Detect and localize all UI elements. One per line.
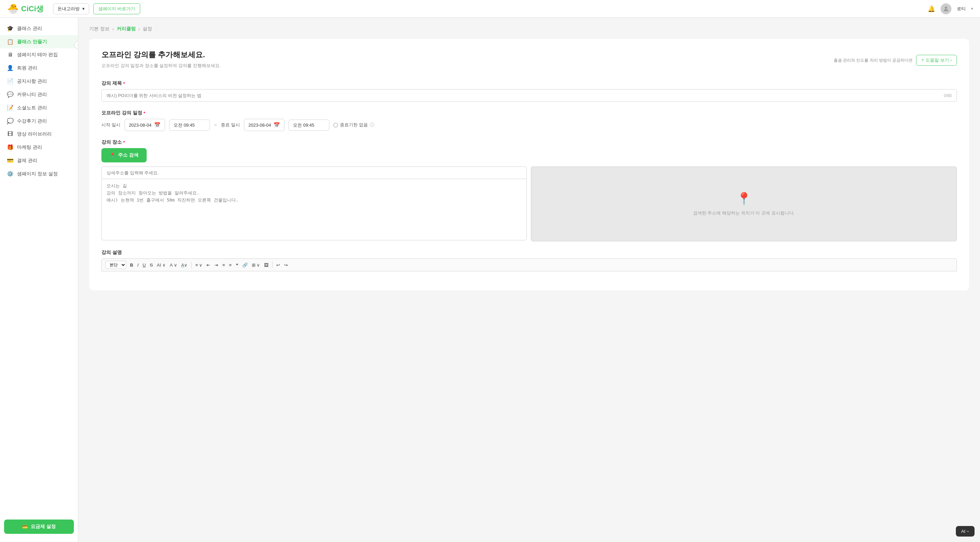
sidebar-label-review-manage: 수강후기 관리: [17, 118, 47, 124]
help-icon: ?: [921, 58, 924, 63]
desc-label: 강의 설명: [102, 250, 957, 256]
schedule-row: 시작 일시 2023-08-04 📅 오전 09:45 오전 10:00 오전 …: [102, 119, 957, 131]
sidebar-item-notice-manage[interactable]: 📄공지사항 관리: [0, 75, 78, 88]
page-link-button[interactable]: 샘페이지 바로가기: [93, 3, 140, 14]
pricing-button[interactable]: 💳 요금제 설정: [4, 520, 74, 534]
sidebar-item-community-manage[interactable]: 💬커뮤니티 관리: [0, 88, 78, 101]
link-button[interactable]: 🔗: [240, 261, 250, 269]
sidebar-label-video-library: 영상 라이브러리: [17, 131, 52, 137]
logo-icon: 🐣: [7, 3, 19, 15]
sidebar-item-review-manage[interactable]: 💭수강후기 관리: [0, 115, 78, 128]
help-button[interactable]: ? 도움말 보기 ›: [916, 55, 957, 66]
address-search-button[interactable]: 📍 주소 검색: [102, 148, 147, 163]
underline-button[interactable]: U: [141, 261, 147, 269]
strikethrough-button[interactable]: S: [148, 261, 154, 269]
sidebar-item-marketing-manage[interactable]: 🎁마케팅 관리: [0, 140, 78, 154]
form-card: 오프라인 강의를 추가해보세요. 오프라인 강의 일정과 장소를 설정하여 강의…: [89, 39, 969, 290]
no-end-label: 종료기한 없음 ⓘ: [334, 122, 374, 128]
end-label: 종료 일시: [221, 122, 240, 128]
italic-button[interactable]: I: [135, 261, 140, 269]
image-button[interactable]: 🖼: [262, 261, 270, 269]
title-field-group: 강의 제목 * 0/80: [102, 80, 957, 102]
blockquote-button[interactable]: ❝: [234, 261, 240, 269]
notification-icon[interactable]: 🔔: [928, 5, 935, 13]
directions-textarea[interactable]: [102, 179, 527, 240]
end-time-select[interactable]: 오전 09:45 오전 10:00: [288, 120, 329, 131]
sidebar-icon-community-manage: 💬: [7, 91, 14, 98]
align-button[interactable]: ≡ ∨: [194, 261, 204, 269]
indent-button[interactable]: ⇥: [213, 261, 220, 269]
location-required: *: [123, 140, 125, 145]
address-btn-label: 주소 검색: [118, 152, 138, 158]
sidebar-label-member-manage: 회원 관리: [17, 65, 37, 71]
bg-color-button[interactable]: A ∨: [180, 261, 189, 269]
user-name: 로티: [957, 6, 966, 12]
title-required: *: [123, 81, 125, 86]
map-pin-icon: 📍: [737, 192, 752, 206]
sidebar-item-class-create[interactable]: 📋클래스 만들기: [0, 35, 78, 48]
location-label: 강의 장소 *: [102, 139, 957, 145]
sidebar-icon-video-library: 🎞: [7, 131, 14, 137]
map-area: 📍 검색한 주소에 해당하는 위치가 이 곳에 표시됩니다.: [531, 166, 957, 241]
svg-point-0: [945, 6, 947, 9]
address-detail-input[interactable]: [102, 166, 527, 179]
sidebar-item-note-manage[interactable]: 📝소셜노트 관리: [0, 101, 78, 115]
sidebar-item-page-settings[interactable]: ⚙️샘페이지 정보 설정: [0, 167, 78, 180]
sidebar-bottom: 💳 요금제 설정: [0, 515, 78, 538]
chevron-down-icon: ▾: [82, 6, 85, 11]
at-badge: At ~: [956, 526, 975, 537]
undo-button[interactable]: ↩: [275, 261, 282, 269]
classroom-dropdown[interactable]: 돈내고라방 ▾: [53, 3, 89, 14]
sidebar-item-payment-manage[interactable]: 💳결제 관리: [0, 154, 78, 167]
form-titles: 오프라인 강의를 추가해보세요. 오프라인 강의 일정과 장소를 설정하여 강의…: [102, 50, 221, 71]
sidebar-label-page-settings: 샘페이지 정보 설정: [17, 171, 58, 177]
pricing-label: 요금제 설정: [30, 524, 56, 530]
end-date-field[interactable]: 2023-08-04 📅: [244, 119, 285, 131]
sidebar-item-member-manage[interactable]: 👤회원 관리: [0, 61, 78, 75]
schedule-label: 오프라인 강의 일정 *: [102, 110, 957, 116]
form-title: 오프라인 강의를 추가해보세요.: [102, 50, 221, 60]
sidebar-label-community-manage: 커뮤니티 관리: [17, 92, 47, 98]
user-chevron-down-icon[interactable]: ▾: [971, 6, 973, 11]
sidebar-icon-page-theme: 🖥: [7, 52, 14, 58]
start-date-field[interactable]: 2023-08-04 📅: [124, 119, 165, 131]
address-inputs: [102, 166, 527, 241]
font-select[interactable]: 본단: [105, 261, 126, 269]
no-end-radio[interactable]: [334, 123, 338, 128]
bullet-list-button[interactable]: ≡: [221, 261, 227, 269]
ai-button[interactable]: AI ∨: [155, 261, 167, 269]
sidebar-item-class-manage[interactable]: 🎓클래스 관리: [0, 22, 78, 35]
start-label: 시작 일시: [102, 122, 121, 128]
start-time-select[interactable]: 오전 09:45 오전 10:00 오전 10:15: [169, 120, 210, 131]
pricing-icon: 💳: [22, 524, 28, 529]
redo-button[interactable]: ↪: [282, 261, 290, 269]
location-field-group: 강의 장소 * 📍 주소 검색 📍 검색한 주소에 해당하는 위치가 이 곳에 …: [102, 139, 957, 241]
sidebar-item-page-theme[interactable]: 🖥샘페이지 테마 편집: [0, 48, 78, 61]
sidebar-icon-note-manage: 📝: [7, 105, 14, 111]
sidebar: ‹ 🎓클래스 관리📋클래스 만들기🖥샘페이지 테마 편집👤회원 관리📄공지사항 …: [0, 18, 78, 542]
sidebar-icon-marketing-manage: 🎁: [7, 144, 14, 150]
end-date-value: 2023-08-04: [248, 123, 271, 128]
bc-sep-2: ›: [138, 26, 140, 32]
sidebar-label-class-manage: 클래스 관리: [17, 26, 42, 32]
form-subtitle: 오프라인 강의 일정과 장소를 설정하여 강의를 진행해보세요.: [102, 63, 221, 69]
calendar-icon-start[interactable]: 📅: [154, 122, 161, 128]
schedule-required: *: [143, 111, 145, 116]
info-icon[interactable]: ⓘ: [370, 122, 374, 128]
topnav-right: 🔔 로티 ▾: [928, 3, 973, 14]
ordered-list-button[interactable]: ≡: [227, 261, 234, 269]
title-input[interactable]: [107, 93, 944, 98]
bc-sep-1: ›: [112, 26, 114, 32]
top-navigation: 🐣 CiCi생 돈내고라방 ▾ 샘페이지 바로가기 🔔 로티 ▾: [0, 0, 980, 18]
dropdown-label: 돈내고라방: [57, 6, 80, 12]
sidebar-icon-notice-manage: 📄: [7, 78, 14, 84]
font-color-button[interactable]: A ∨: [168, 261, 179, 269]
bold-button[interactable]: B: [128, 261, 135, 269]
sidebar-label-class-create: 클래스 만들기: [17, 39, 47, 45]
sidebar-item-video-library[interactable]: 🎞영상 라이브러리: [0, 128, 78, 140]
title-input-wrapper: 0/80: [102, 89, 957, 102]
outdent-button[interactable]: ⇤: [205, 261, 212, 269]
bc-item-3: 설정: [143, 26, 152, 32]
table-button[interactable]: ⊞ ∨: [250, 261, 262, 269]
calendar-icon-end[interactable]: 📅: [274, 122, 280, 128]
